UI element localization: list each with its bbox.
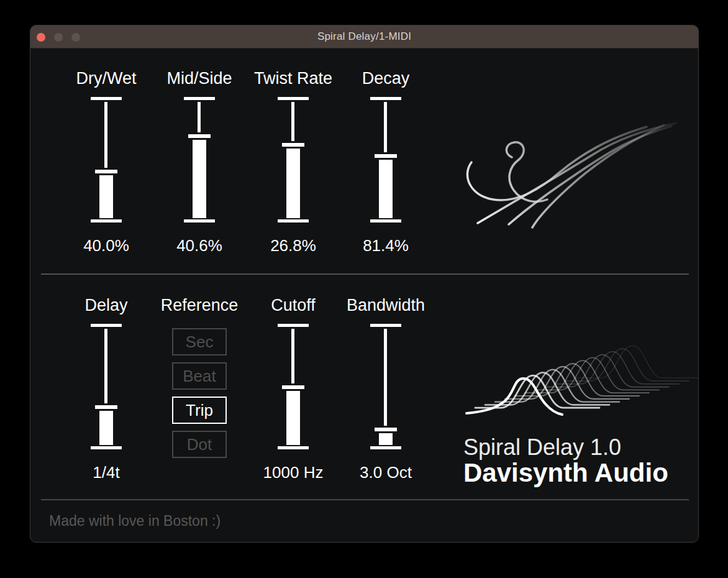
decay-label: Decay [362,68,410,89]
window-title: Spiral Delay/1-MIDI [317,30,411,43]
reference-label: Reference [161,295,239,316]
dry-wet-value: 40.0% [83,236,129,255]
cutoff-label: Cutoff [271,295,316,316]
slider-bottom-cap [278,446,309,449]
twist-rate-param: Twist Rate 26.8% [250,68,337,255]
twist-rate-label: Twist Rate [254,68,332,89]
slider-top-cap [370,324,401,327]
slider-handle[interactable] [282,143,304,147]
footer-message: Made with love in Boston :) [49,513,221,530]
minimize-button[interactable] [54,33,63,42]
slider-fill [99,411,113,445]
slider-top-cap [91,97,122,100]
slider-handle[interactable] [95,405,117,409]
slider-track [384,329,387,426]
slider-fill [286,149,300,218]
traffic-lights [30,25,80,48]
twist-rate-slider[interactable] [278,97,309,222]
slider-handle[interactable] [95,170,117,173]
slider-fill [193,140,206,218]
slider-handle[interactable] [282,385,304,389]
slider-fill [379,160,393,218]
slider-bottom-cap [278,219,309,222]
product-name: Spiral Delay 1.0 [463,436,668,459]
slider-track [198,102,201,132]
reference-param: Reference Sec Beat Trip Dot [156,295,243,458]
slider-bottom-cap [91,446,122,449]
slider-top-cap [370,97,401,100]
zoom-button[interactable] [71,33,80,42]
delay-slider[interactable] [91,324,122,449]
cutoff-value: 1000 Hz [263,463,324,482]
slider-bottom-cap [370,446,401,449]
mid-side-param: Mid/Side 40.6% [156,68,243,255]
bandwidth-slider[interactable] [370,324,401,449]
cutoff-slider[interactable] [278,324,309,449]
slider-handle[interactable] [375,428,397,431]
bandwidth-label: Bandwidth [347,295,425,316]
branding: Spiral Delay 1.0 Davisynth Audio [463,436,668,487]
cutoff-param: Cutoff 1000 Hz [250,295,337,482]
bandwidth-param: Bandwidth 3.0 Oct [342,295,429,482]
mid-side-slider[interactable] [184,97,215,222]
section-divider [41,273,689,275]
reference-beat-button[interactable]: Beat [172,362,227,390]
reference-button-group: Sec Beat Trip Dot [172,328,227,458]
slider-top-cap [278,97,309,100]
slider-track [291,102,294,141]
slider-track [104,329,107,403]
close-button[interactable] [37,33,45,42]
dry-wet-param: Dry/Wet 40.0% [63,68,150,255]
reference-dot-button[interactable]: Dot [172,431,227,458]
mid-side-label: Mid/Side [166,68,232,89]
twist-rate-value: 26.8% [270,236,316,255]
dry-wet-label: Dry/Wet [76,68,136,89]
slider-top-cap [278,324,309,327]
mid-side-value: 40.6% [176,236,222,255]
slider-handle[interactable] [375,154,397,158]
slider-bottom-cap [370,219,401,222]
company-name: Davisynth Audio [463,459,668,487]
reference-sec-button[interactable]: Sec [172,328,227,356]
slider-fill [99,175,113,218]
decay-param: Decay 81.4% [342,68,429,255]
slider-bottom-cap [184,219,215,222]
plugin-window: Spiral Delay/1-MIDI Dry/Wet 40.0% Mid/Si… [30,25,699,543]
slider-track [291,329,294,383]
reference-trip-button[interactable]: Trip [172,397,227,424]
slider-track [384,102,387,152]
title-bar[interactable]: Spiral Delay/1-MIDI [30,25,698,48]
dry-wet-slider[interactable] [91,97,122,222]
delay-value: 1/4t [93,463,119,482]
slider-top-cap [184,97,215,100]
slider-fill [286,391,300,445]
echo-curves-logo [453,335,699,444]
delay-label: Delay [84,295,127,316]
spiral-swoosh-logo [459,119,698,243]
slider-handle[interactable] [188,134,211,138]
slider-track [104,102,107,168]
slider-top-cap [91,324,122,327]
decay-value: 81.4% [363,236,409,255]
slider-fill [379,433,393,445]
footer-divider [41,499,689,500]
delay-param: Delay 1/4t [63,295,150,482]
decay-slider[interactable] [370,97,401,222]
slider-bottom-cap [91,219,122,222]
bandwidth-value: 3.0 Oct [360,463,412,482]
